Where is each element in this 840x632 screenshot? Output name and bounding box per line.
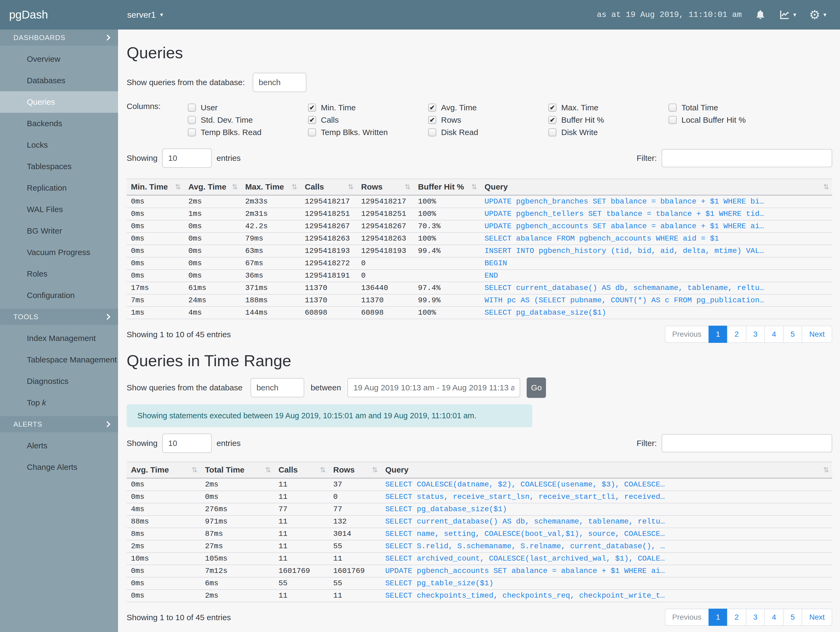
page-button-previous[interactable]: Previous: [665, 609, 709, 626]
checkbox-unchecked[interactable]: [188, 116, 196, 124]
column-header-avg-time[interactable]: Avg. Time⇅: [126, 462, 201, 478]
column-option-rows[interactable]: ✔Rows: [428, 114, 548, 126]
sidebar-item-locks[interactable]: Locks: [0, 134, 118, 156]
column-header-avg-time[interactable]: Avg. Time⇅: [184, 179, 241, 195]
column-header-query[interactable]: Query⇅: [480, 179, 832, 195]
checkbox-unchecked[interactable]: [188, 104, 196, 112]
go-button[interactable]: Go: [527, 377, 546, 398]
sort-icon[interactable]: ⇅: [348, 183, 354, 191]
sidebar-section-dashboards[interactable]: DASHBOARDS: [0, 30, 118, 46]
query-link[interactable]: SELECT checkpoints_timed, checkpoints_re…: [381, 589, 832, 602]
filter-input[interactable]: [662, 434, 832, 452]
database-input[interactable]: [253, 73, 306, 92]
sidebar-item-alerts[interactable]: Alerts: [0, 435, 118, 456]
page-button-5[interactable]: 5: [783, 326, 802, 343]
query-link[interactable]: SELECT pg_database_size($1): [480, 307, 832, 319]
database-input[interactable]: [251, 378, 304, 398]
checkbox-unchecked[interactable]: [669, 104, 677, 112]
page-size-input[interactable]: [162, 434, 212, 453]
checkbox-checked[interactable]: ✔: [548, 104, 556, 112]
page-button-2[interactable]: 2: [727, 609, 746, 626]
page-button-previous[interactable]: Previous: [665, 326, 709, 343]
query-link[interactable]: SELECT S.relid, S.schemaname, S.relname,…: [381, 540, 832, 553]
column-option-temp-blks-written[interactable]: Temp Blks. Written: [308, 127, 428, 138]
column-header-buffer-hit[interactable]: Buffer Hit %⇅: [414, 179, 480, 195]
sort-icon[interactable]: ⇅: [471, 183, 477, 191]
checkbox-checked[interactable]: ✔: [548, 116, 556, 124]
sidebar-item-tablespaces[interactable]: Tablespaces: [0, 156, 118, 177]
page-button-next[interactable]: Next: [802, 609, 832, 626]
sidebar-item-vacuum-progress[interactable]: Vacuum Progress: [0, 242, 118, 263]
date-range-input[interactable]: [347, 378, 520, 398]
sidebar-item-wal-files[interactable]: WAL Files: [0, 199, 118, 220]
checkbox-checked[interactable]: ✔: [308, 116, 316, 124]
column-option-disk-read[interactable]: Disk Read: [428, 127, 548, 138]
checkbox-unchecked[interactable]: [428, 128, 436, 136]
page-button-3[interactable]: 3: [746, 609, 765, 626]
column-option-avg-time[interactable]: ✔Avg. Time: [428, 102, 548, 114]
checkbox-checked[interactable]: ✔: [428, 104, 436, 112]
query-link[interactable]: SELECT pg_database_size($1): [381, 503, 832, 515]
sidebar-item-change-alerts[interactable]: Change Alerts: [0, 456, 118, 478]
page-button-3[interactable]: 3: [746, 326, 765, 343]
query-link[interactable]: BEGIN: [480, 257, 832, 269]
page-button-next[interactable]: Next: [802, 326, 832, 343]
settings-menu-button[interactable]: ⚙ ▾: [809, 9, 826, 21]
column-option-temp-blks-read[interactable]: Temp Blks. Read: [188, 127, 308, 138]
sort-icon[interactable]: ⇅: [191, 466, 197, 474]
checkbox-unchecked[interactable]: [308, 128, 316, 136]
page-button-1[interactable]: 1: [709, 326, 728, 343]
sidebar-item-overview[interactable]: Overview: [0, 48, 118, 70]
page-button-4[interactable]: 4: [764, 609, 784, 626]
sidebar-section-tools[interactable]: TOOLS: [0, 309, 118, 325]
query-link[interactable]: UPDATE pgbench_accounts SET abalance = a…: [480, 220, 832, 233]
sort-icon[interactable]: ⇅: [823, 466, 829, 474]
query-link[interactable]: END: [480, 269, 832, 282]
sidebar-section-alerts[interactable]: ALERTS: [0, 416, 118, 432]
sidebar-item-configuration[interactable]: Configuration: [0, 285, 118, 306]
query-link[interactable]: SELECT COALESCE(datname, $2), COALESCE(u…: [381, 478, 832, 491]
checkbox-unchecked[interactable]: [548, 128, 556, 136]
sort-icon[interactable]: ⇅: [404, 183, 411, 191]
column-option-disk-write[interactable]: Disk Write: [548, 127, 669, 138]
column-option-total-time[interactable]: Total Time: [669, 102, 789, 114]
sort-icon[interactable]: ⇅: [372, 466, 378, 474]
query-link[interactable]: UPDATE pgbench_accounts SET abalance = a…: [381, 565, 832, 577]
sidebar-item-queries[interactable]: Queries: [0, 91, 118, 113]
page-button-1[interactable]: 1: [709, 609, 728, 626]
page-button-2[interactable]: 2: [727, 326, 746, 343]
query-link[interactable]: SELECT archived_count, COALESCE(last_arc…: [381, 553, 832, 565]
server-selector[interactable]: server1 ▾: [127, 10, 163, 20]
column-option-max-time[interactable]: ✔Max. Time: [548, 102, 669, 114]
page-button-4[interactable]: 4: [764, 326, 784, 343]
sidebar-item-roles[interactable]: Roles: [0, 263, 118, 285]
query-link[interactable]: SELECT abalance FROM pgbench_accounts WH…: [480, 233, 832, 245]
column-header-rows[interactable]: Rows⇅: [357, 179, 414, 195]
sort-icon[interactable]: ⇅: [175, 183, 181, 191]
column-option-calls[interactable]: ✔Calls: [308, 114, 428, 126]
column-header-calls[interactable]: Calls⇅: [274, 462, 329, 478]
column-header-min-time[interactable]: Min. Time⇅: [126, 179, 184, 195]
sidebar-item-backends[interactable]: Backends: [0, 113, 118, 134]
checkbox-checked[interactable]: ✔: [308, 104, 316, 112]
sidebar-item-databases[interactable]: Databases: [0, 70, 118, 91]
query-link[interactable]: UPDATE pgbench_tellers SET tbalance = tb…: [480, 208, 832, 220]
checkbox-checked[interactable]: ✔: [428, 116, 436, 124]
sort-icon[interactable]: ⇅: [291, 183, 297, 191]
query-link[interactable]: WITH pc AS (SELECT pubname, COUNT(*) AS …: [480, 294, 832, 307]
sidebar-item-top-k[interactable]: Top k: [0, 392, 118, 413]
sort-icon[interactable]: ⇅: [265, 466, 271, 474]
column-option-local-buffer-hit[interactable]: Local Buffer Hit %: [669, 114, 789, 126]
column-header-calls[interactable]: Calls⇅: [300, 179, 357, 195]
query-link[interactable]: INSERT INTO pgbench_history (tid, bid, a…: [480, 245, 832, 257]
query-link[interactable]: SELECT status, receive_start_lsn, receiv…: [381, 491, 832, 503]
sort-icon[interactable]: ⇅: [823, 183, 829, 191]
column-header-query[interactable]: Query⇅: [381, 462, 832, 478]
column-header-rows[interactable]: Rows⇅: [329, 462, 381, 478]
query-link[interactable]: SELECT pg_table_size($1): [381, 577, 832, 589]
column-header-max-time[interactable]: Max. Time⇅: [241, 179, 300, 195]
page-size-input[interactable]: [162, 149, 212, 168]
column-option-user[interactable]: User: [188, 102, 308, 114]
sidebar-item-tablespace-management[interactable]: Tablespace Management: [0, 349, 118, 371]
query-link[interactable]: SELECT current_database() AS db, scheman…: [480, 282, 832, 294]
